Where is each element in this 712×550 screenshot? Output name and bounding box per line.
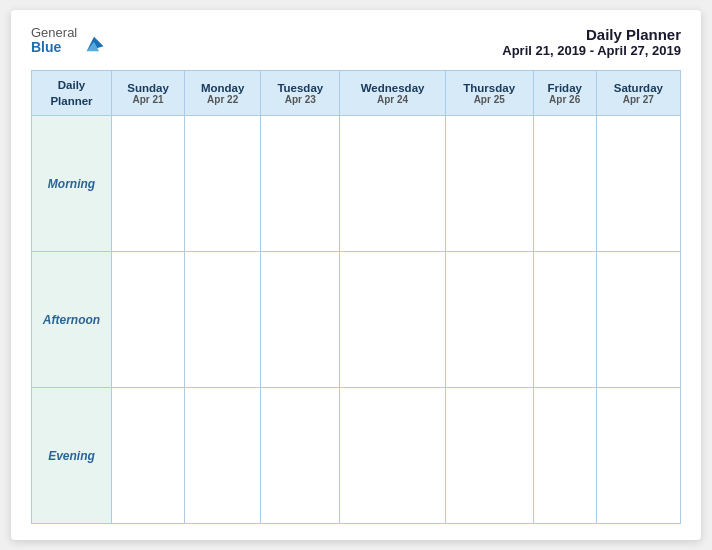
row-evening: Evening <box>32 388 681 524</box>
logo-icon <box>83 33 105 55</box>
logo-blue: Blue <box>31 40 77 55</box>
page-title: Daily Planner <box>502 26 681 43</box>
header: General Blue Daily Planner April 21, 201… <box>31 26 681 58</box>
morning-tuesday[interactable] <box>261 116 340 252</box>
col-header-sunday: Sunday Apr 21 <box>112 71 185 116</box>
evening-monday[interactable] <box>185 388 261 524</box>
afternoon-saturday[interactable] <box>596 252 680 388</box>
morning-sunday[interactable] <box>112 116 185 252</box>
logo-area: General Blue <box>31 26 105 56</box>
evening-sunday[interactable] <box>112 388 185 524</box>
afternoon-thursday[interactable] <box>445 252 533 388</box>
title-area: Daily Planner April 21, 2019 - April 27,… <box>502 26 681 58</box>
morning-friday[interactable] <box>533 116 596 252</box>
row-afternoon: Afternoon <box>32 252 681 388</box>
evening-saturday[interactable] <box>596 388 680 524</box>
morning-monday[interactable] <box>185 116 261 252</box>
logo-general: General <box>31 26 77 40</box>
page: General Blue Daily Planner April 21, 201… <box>11 10 701 540</box>
evening-tuesday[interactable] <box>261 388 340 524</box>
calendar-table: Daily Planner Sunday Apr 21 Monday Apr 2… <box>31 70 681 524</box>
morning-saturday[interactable] <box>596 116 680 252</box>
header-row: Daily Planner Sunday Apr 21 Monday Apr 2… <box>32 71 681 116</box>
afternoon-tuesday[interactable] <box>261 252 340 388</box>
morning-label: Morning <box>32 116 112 252</box>
col-header-monday: Monday Apr 22 <box>185 71 261 116</box>
col-header-saturday: Saturday Apr 27 <box>596 71 680 116</box>
afternoon-sunday[interactable] <box>112 252 185 388</box>
evening-wednesday[interactable] <box>340 388 445 524</box>
afternoon-monday[interactable] <box>185 252 261 388</box>
col-header-wednesday: Wednesday Apr 24 <box>340 71 445 116</box>
afternoon-friday[interactable] <box>533 252 596 388</box>
morning-wednesday[interactable] <box>340 116 445 252</box>
evening-label: Evening <box>32 388 112 524</box>
date-range: April 21, 2019 - April 27, 2019 <box>502 43 681 58</box>
col-header-friday: Friday Apr 26 <box>533 71 596 116</box>
evening-thursday[interactable] <box>445 388 533 524</box>
logo-text: General Blue <box>31 26 77 56</box>
col-header-thursday: Thursday Apr 25 <box>445 71 533 116</box>
evening-friday[interactable] <box>533 388 596 524</box>
col-header-tuesday: Tuesday Apr 23 <box>261 71 340 116</box>
afternoon-label: Afternoon <box>32 252 112 388</box>
morning-thursday[interactable] <box>445 116 533 252</box>
row-morning: Morning <box>32 116 681 252</box>
afternoon-wednesday[interactable] <box>340 252 445 388</box>
label-header: Daily Planner <box>32 71 112 116</box>
